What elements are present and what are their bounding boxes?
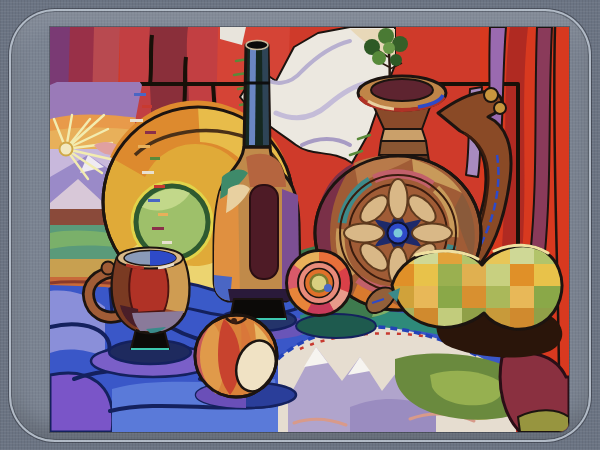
painting-container [50, 27, 569, 432]
sun-disc [60, 143, 73, 156]
still-life-painting [50, 27, 569, 432]
slide-background [0, 0, 600, 450]
